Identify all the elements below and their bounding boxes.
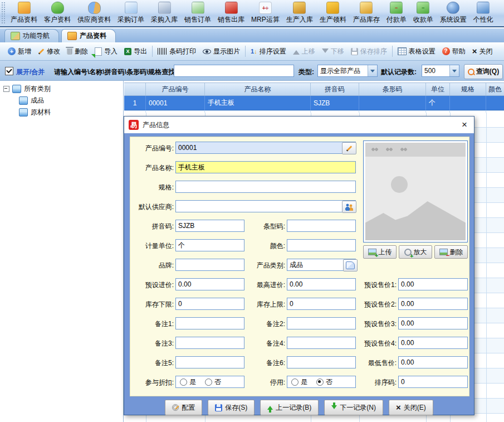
move-down-button[interactable]: 下移 [319, 45, 348, 58]
header-product-name[interactable]: 产品名称 [205, 83, 311, 95]
search-input[interactable] [174, 65, 294, 77]
price3-label: 预设售价3: [352, 319, 397, 329]
header-spec[interactable]: 规格 [450, 83, 486, 95]
supplier-field[interactable] [175, 200, 356, 212]
note6-field[interactable] [287, 356, 356, 368]
toolbar-item-production-inbound[interactable]: 生产入库 [283, 1, 316, 26]
discount-yes-radio[interactable] [180, 379, 187, 386]
barcode-print-button[interactable]: 条码打印 [154, 45, 199, 58]
name-field[interactable] [175, 161, 356, 173]
add-button[interactable]: +新增 [4, 45, 35, 58]
previous-record-button[interactable]: 上一记录(B) [260, 400, 319, 415]
note1-field[interactable] [175, 317, 244, 329]
stopped-no-radio[interactable] [316, 379, 324, 386]
toolbar-item-product-stock[interactable]: 产品库存 [350, 1, 383, 26]
sort-code-field[interactable] [398, 376, 468, 388]
show-image-button[interactable]: 显示图片 [199, 45, 243, 58]
expand-checkbox[interactable] [5, 67, 13, 75]
zoom-image-button[interactable]: 放大 [399, 245, 432, 259]
toolbar-item-customers[interactable]: 客户资料 [41, 1, 74, 26]
delete-image-button[interactable]: 删除 [434, 245, 468, 259]
min-price-field[interactable] [398, 356, 468, 368]
grid-settings-button[interactable]: 表格设置 [394, 45, 439, 58]
records-select[interactable]: 500 [422, 65, 459, 77]
collapse-minus-icon[interactable] [3, 86, 9, 92]
toolbar-item-sales-outbound[interactable]: 销售出库 [214, 1, 248, 26]
import-button[interactable]: 导入 [91, 45, 121, 58]
cost-field[interactable] [175, 278, 244, 290]
toolbar-item-payment[interactable]: −付款单 [383, 1, 410, 26]
note5-field[interactable] [175, 356, 244, 368]
price1-field[interactable] [398, 278, 468, 290]
query-button[interactable]: 查询(Q) [464, 64, 503, 79]
price4-field[interactable] [398, 337, 468, 349]
toolbar-item-mrp[interactable]: +÷MRP运算 [248, 1, 283, 26]
save-sort-button[interactable]: 保存排序 [348, 45, 390, 58]
dialog-title-bar[interactable]: 易 产品信息 × [124, 117, 474, 133]
dialog-close-icon[interactable]: × [459, 120, 469, 129]
tree-root-all-categories[interactable]: 所有类别 [0, 83, 123, 95]
unit-field[interactable] [175, 239, 244, 251]
table-row[interactable]: 1 00001 手机主板 SJZB 个 [124, 96, 504, 111]
sort-icon: 1 [251, 48, 257, 55]
discount-no-radio[interactable] [205, 379, 212, 386]
header-unit[interactable]: 单位 [426, 83, 450, 95]
edit-code-button[interactable] [342, 142, 356, 154]
delete-button[interactable]: 删除 [63, 45, 91, 58]
toolbar-item-purchase-order[interactable]: 采购订单 [114, 1, 148, 26]
close-view-button[interactable]: ×关闭 [469, 45, 496, 58]
toolbar-item-production-picking[interactable]: 生产领料 [316, 1, 350, 26]
note3-field[interactable] [175, 337, 244, 349]
header-product-code[interactable]: 产品编号 [146, 83, 205, 95]
header-barcode[interactable]: 条形码 [359, 83, 426, 95]
stopped-yes-radio[interactable] [291, 379, 299, 386]
toolbar-item-suppliers[interactable]: 供应商资料 [74, 1, 114, 26]
toolbar-separator [245, 46, 246, 57]
color-field[interactable] [287, 239, 356, 251]
price2-field[interactable] [398, 298, 468, 310]
toolbar-item-sales-order[interactable]: 销售订单 [181, 1, 214, 26]
help-button[interactable]: ?帮助 [439, 45, 469, 58]
tree-item-finished-goods[interactable]: 成品 [0, 95, 123, 106]
tree-item-raw-materials[interactable]: 原材料 [0, 106, 123, 118]
export-button[interactable]: X导出 [121, 45, 150, 58]
header-color[interactable]: 颜色 [486, 83, 504, 95]
discount-radio-group: 是 否 [175, 376, 244, 388]
dialog-title: 产品信息 [143, 120, 456, 130]
help-question-icon: ? [442, 47, 450, 55]
sort-settings-button[interactable]: 1排序设置 [247, 45, 290, 58]
save-button[interactable]: 保存(S) [208, 400, 255, 415]
expand-collapse-link[interactable]: 展开/合并 [16, 67, 45, 77]
supplier-lookup-button[interactable] [342, 201, 356, 213]
next-record-button[interactable]: 下一记录(N) [324, 400, 383, 415]
note2-field[interactable] [287, 317, 356, 329]
tab-product-materials[interactable]: 产品资料 [61, 29, 116, 42]
code-field[interactable] [175, 142, 356, 154]
price3-field[interactable] [398, 317, 468, 329]
close-dialog-button[interactable]: ×关闭(E) [389, 400, 433, 415]
toolbar-item-product-materials[interactable]: 产品资料 [7, 1, 41, 26]
toolbar-item-receipt[interactable]: −收款单 [410, 1, 437, 26]
toolbar-item-purchase-inbound[interactable]: 采购入库 [148, 1, 181, 26]
tab-function-nav[interactable]: 功能导航 [4, 29, 59, 42]
toolbar-item-system-settings[interactable]: 系统设置 [437, 1, 470, 26]
max-cost-field[interactable] [287, 278, 356, 290]
brand-field[interactable] [175, 259, 244, 271]
type-select[interactable]: 显示全部产品 [317, 65, 378, 77]
stock-min-field[interactable] [175, 298, 244, 310]
pinyin-field[interactable] [175, 220, 244, 232]
barcode-icon [158, 48, 167, 55]
price4-label: 预设售价4: [352, 339, 397, 348]
configure-button[interactable]: 配置 [165, 400, 202, 415]
move-up-button[interactable]: 上移 [290, 45, 319, 58]
edit-button[interactable]: 修改 [35, 45, 63, 58]
spec-field[interactable] [175, 181, 356, 193]
barcode-field[interactable] [287, 220, 356, 232]
toolbar-item-personalization[interactable]: 个性化 [470, 1, 497, 26]
stock-max-field[interactable] [287, 298, 356, 310]
toolbar-grip-handle[interactable] [1, 2, 6, 25]
note4-field[interactable] [287, 337, 356, 349]
category-lookup-button[interactable] [343, 259, 358, 271]
upload-image-button[interactable]: 上传 [363, 245, 397, 259]
header-pinyin[interactable]: 拼音码 [311, 83, 359, 95]
